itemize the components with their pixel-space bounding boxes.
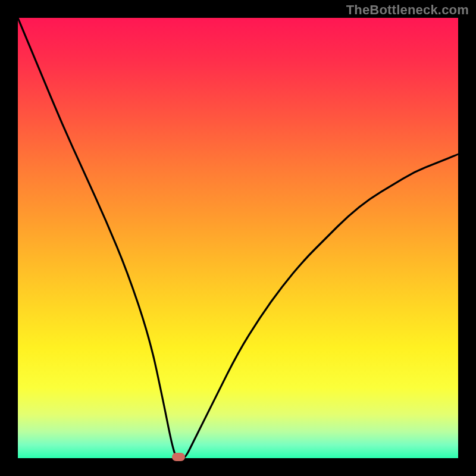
- optimal-marker: [172, 453, 185, 461]
- bottleneck-curve: [18, 18, 458, 458]
- chart-frame: TheBottleneck.com: [0, 0, 476, 476]
- watermark-text: TheBottleneck.com: [346, 2, 469, 18]
- plot-area: [18, 18, 458, 458]
